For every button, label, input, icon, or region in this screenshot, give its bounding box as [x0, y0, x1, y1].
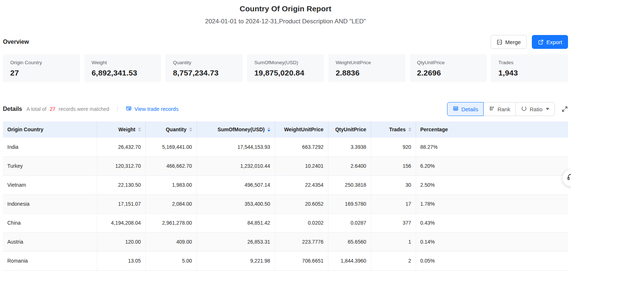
- overview-cards: Origin Country 27 Weight 6,892,341.53 Qu…: [3, 54, 568, 82]
- export-button[interactable]: Export: [532, 35, 568, 49]
- stat-label: WeightUnitPrice: [336, 60, 398, 65]
- sort-icon[interactable]: [189, 127, 192, 132]
- table-cell: 88.27%: [416, 137, 568, 156]
- table-cell: 2.50%: [416, 175, 568, 194]
- table-row: Vietnam22,130.501,983.00496,507.1422.435…: [3, 175, 568, 194]
- table-cell: 0.14%: [416, 232, 568, 251]
- view-switcher: Details Rank: [447, 102, 555, 116]
- tab-details-label: Details: [461, 106, 478, 112]
- table-cell: 20.6052: [275, 194, 328, 213]
- table-cell: Indonesia: [3, 194, 97, 213]
- table-row: Romania13.055.009,221.98706.66511,844.39…: [3, 251, 568, 270]
- stat-value: 8,757,234.73: [173, 69, 235, 77]
- table-cell: 0.0202: [275, 213, 328, 232]
- stat-card-sum-of-money: SumOfMoney(USD) 19,875,020.84: [247, 54, 324, 82]
- fullscreen-button[interactable]: [561, 106, 568, 112]
- stat-value: 1,943: [498, 69, 561, 77]
- rank-chart-icon: [489, 105, 495, 113]
- tab-ratio-label: Ratio: [530, 106, 542, 112]
- col-percentage: Percentage: [416, 121, 568, 137]
- table-row: China4,194,208.042,961,278.0084,851.420.…: [3, 213, 568, 232]
- col-qty-unit-price: QtyUnitPrice: [328, 121, 371, 137]
- table-cell: 0.43%: [416, 213, 568, 232]
- col-weight-unit-price: WeightUnitPrice: [275, 121, 328, 137]
- table-cell: 1.78%: [416, 194, 568, 213]
- table-cell: 169.5780: [328, 194, 371, 213]
- table-cell: 663.7292: [275, 137, 328, 156]
- col-origin-country: Origin Country: [3, 121, 97, 137]
- divider: [117, 106, 118, 112]
- tab-ratio[interactable]: Ratio: [515, 102, 555, 116]
- col-sum-of-money[interactable]: SumOfMoney(USD): [197, 121, 275, 137]
- sort-icon[interactable]: [138, 127, 141, 132]
- table-row: Turkey120,312.70466,662.701,232,010.4410…: [3, 156, 568, 175]
- tab-details[interactable]: Details: [447, 102, 484, 116]
- summary-suffix: records were matched: [59, 106, 110, 112]
- match-count: 27: [49, 106, 57, 112]
- table-cell: 0.05%: [416, 251, 568, 270]
- col-trades[interactable]: Trades: [371, 121, 416, 137]
- table-cell: 0.0287: [328, 213, 371, 232]
- table-cell: 26,853.31: [197, 232, 275, 251]
- sort-icon[interactable]: [408, 127, 411, 132]
- merge-button[interactable]: Merge: [491, 35, 527, 49]
- table-cell: 120,312.70: [97, 156, 145, 175]
- stat-label: Origin Country: [10, 60, 73, 65]
- overview-toolbar: Overview Merge: [3, 35, 568, 49]
- table-cell: India: [3, 137, 97, 156]
- stat-label: Quantity: [173, 60, 235, 65]
- trade-records-icon: [126, 105, 132, 113]
- table-cell: 22.4354: [275, 175, 328, 194]
- table-cell: Turkey: [3, 156, 97, 175]
- table-cell: 377: [371, 213, 416, 232]
- table-cell: Austria: [3, 232, 97, 251]
- stat-card-quantity: Quantity 8,757,234.73: [165, 54, 243, 82]
- stat-value: 19,875,020.84: [254, 69, 317, 77]
- merge-button-label: Merge: [505, 39, 521, 45]
- table-cell: 4,194,208.04: [97, 213, 145, 232]
- stat-label: Trades: [498, 60, 561, 65]
- tab-rank[interactable]: Rank: [483, 102, 516, 116]
- col-quantity[interactable]: Quantity: [145, 121, 197, 137]
- table-cell: China: [3, 213, 97, 232]
- overview-buttons: Merge Export: [491, 35, 568, 49]
- export-icon: [538, 39, 544, 45]
- stat-card-origin-country: Origin Country 27: [3, 54, 80, 82]
- sort-icon-active-desc[interactable]: [267, 127, 270, 132]
- table-cell: 26,432.70: [97, 137, 145, 156]
- table-cell: 2,084.00: [145, 194, 197, 213]
- ratio-pie-icon: [521, 105, 527, 113]
- table-cell: Vietnam: [3, 175, 97, 194]
- table-row: India26,432.705,169,441.0017,544,153.936…: [3, 137, 568, 156]
- table-view-icon: [453, 105, 459, 113]
- details-toolbar-right: Details Rank: [447, 102, 568, 116]
- table-cell: 1,983.00: [145, 175, 197, 194]
- stat-card-qty-unit-price: QtyUnitPrice 2.2696: [410, 54, 487, 82]
- table-cell: Romania: [3, 251, 97, 270]
- summary-prefix: A total of: [26, 106, 46, 112]
- stat-value: 27: [10, 69, 73, 77]
- table-cell: 10.2401: [275, 156, 328, 175]
- table-row: Austria120.00409.0026,853.31223.777665.6…: [3, 232, 568, 251]
- chevron-down-icon: [546, 108, 549, 110]
- table-cell: 84,851.42: [197, 213, 275, 232]
- stat-value: 2.8836: [336, 69, 398, 77]
- table-cell: 496,507.14: [197, 175, 275, 194]
- col-weight[interactable]: Weight: [97, 121, 145, 137]
- headset-icon: [567, 173, 571, 183]
- view-trade-records-link[interactable]: View trade records: [126, 105, 179, 113]
- stat-card-weight-unit-price: WeightUnitPrice 2.8836: [328, 54, 405, 82]
- match-summary: A total of 27 records were matched: [26, 106, 109, 112]
- details-toolbar-left: Details A total of 27 records were match…: [3, 105, 179, 113]
- merge-cells-icon: [496, 39, 503, 45]
- table-cell: 156: [371, 156, 416, 175]
- details-heading: Details: [3, 106, 22, 112]
- table-cell: 409.00: [145, 232, 197, 251]
- stat-value: 2.2696: [417, 69, 480, 77]
- stat-value: 6,892,341.53: [92, 69, 154, 77]
- table-cell: 22,130.50: [97, 175, 145, 194]
- table-header-row: Origin Country Weight Quantity SumOfMone…: [3, 121, 568, 137]
- table-cell: 17: [371, 194, 416, 213]
- table-cell: 2: [371, 251, 416, 270]
- table-cell: 9,221.98: [197, 251, 275, 270]
